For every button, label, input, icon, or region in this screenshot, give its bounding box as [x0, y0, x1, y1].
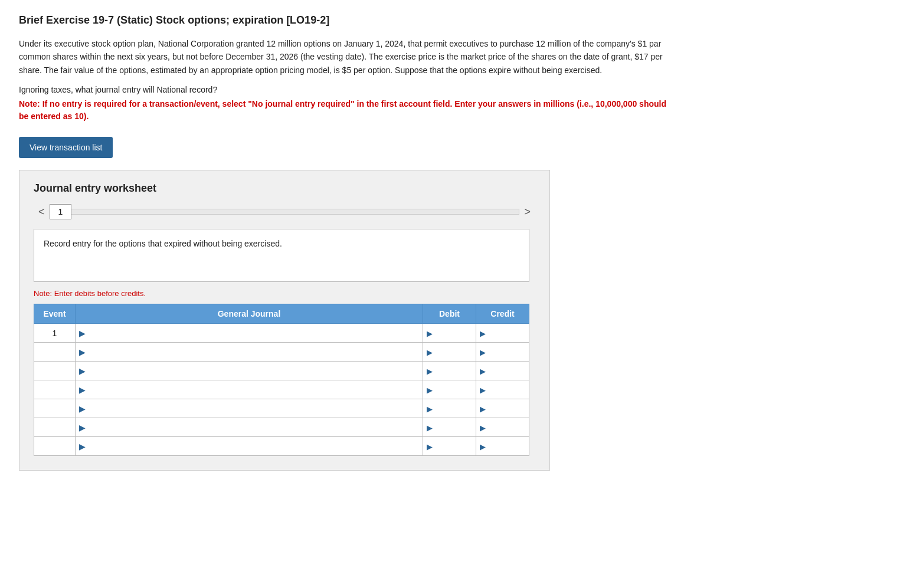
- view-transaction-button[interactable]: View transaction list: [19, 137, 113, 158]
- record-entry-box: Record entry for the options that expire…: [34, 229, 529, 282]
- tab-prev-button[interactable]: <: [34, 204, 50, 219]
- credit-cell[interactable]: ▶: [476, 362, 529, 380]
- tab-empty: [71, 209, 519, 215]
- table-row: ▶▶▶: [34, 362, 529, 380]
- table-row: ▶▶▶: [34, 437, 529, 456]
- event-cell: [34, 380, 76, 399]
- debit-cell[interactable]: ▶: [423, 399, 476, 418]
- general-journal-cell[interactable]: ▶: [76, 343, 423, 362]
- row-arrow-icon: ▶: [79, 347, 86, 357]
- general-journal-cell[interactable]: ▶: [76, 380, 423, 399]
- credit-arrow-icon: ▶: [480, 385, 486, 394]
- credit-arrow-icon: ▶: [480, 404, 486, 413]
- debit-arrow-icon: ▶: [427, 442, 433, 451]
- row-arrow-icon: ▶: [79, 423, 86, 432]
- event-cell: [34, 418, 76, 437]
- table-row: ▶▶▶: [34, 343, 529, 362]
- debit-cell[interactable]: ▶: [423, 343, 476, 362]
- debit-cell[interactable]: ▶: [423, 362, 476, 380]
- event-cell: [34, 399, 76, 418]
- tab-next-button[interactable]: >: [519, 204, 535, 219]
- journal-entry-worksheet: Journal entry worksheet < 1 > Record ent…: [19, 170, 550, 471]
- debit-arrow-icon: ▶: [427, 423, 433, 432]
- table-row: ▶▶▶: [34, 418, 529, 437]
- journal-table: Event General Journal Debit Credit 1▶▶▶▶…: [34, 304, 529, 456]
- record-entry-text: Record entry for the options that expire…: [44, 239, 282, 248]
- debit-arrow-icon: ▶: [427, 347, 433, 356]
- credit-cell[interactable]: ▶: [476, 343, 529, 362]
- debit-cell[interactable]: ▶: [423, 437, 476, 456]
- event-cell: [34, 343, 76, 362]
- general-journal-cell[interactable]: ▶: [76, 418, 423, 437]
- debit-arrow-icon: ▶: [427, 404, 433, 413]
- question-text: Ignoring taxes, what journal entry will …: [19, 85, 904, 94]
- credit-cell[interactable]: ▶: [476, 399, 529, 418]
- credit-cell[interactable]: ▶: [476, 380, 529, 399]
- description-text: Under its executive stock option plan, N…: [19, 37, 668, 77]
- page-title: Brief Exercise 19-7 (Static) Stock optio…: [19, 14, 904, 27]
- general-journal-cell[interactable]: ▶: [76, 399, 423, 418]
- credit-cell[interactable]: ▶: [476, 418, 529, 437]
- col-header-credit: Credit: [476, 304, 529, 324]
- debit-cell[interactable]: ▶: [423, 418, 476, 437]
- tab-1-active[interactable]: 1: [50, 204, 72, 219]
- credit-cell[interactable]: ▶: [476, 324, 529, 343]
- table-row: ▶▶▶: [34, 399, 529, 418]
- credit-cell[interactable]: ▶: [476, 437, 529, 456]
- row-arrow-icon: ▶: [79, 442, 86, 451]
- general-journal-cell[interactable]: ▶: [76, 362, 423, 380]
- event-cell: [34, 362, 76, 380]
- credit-arrow-icon: ▶: [480, 442, 486, 451]
- credit-arrow-icon: ▶: [480, 329, 486, 337]
- event-cell: [34, 437, 76, 456]
- debit-cell[interactable]: ▶: [423, 380, 476, 399]
- debit-cell[interactable]: ▶: [423, 324, 476, 343]
- event-cell: 1: [34, 324, 76, 343]
- tab-navigation: < 1 >: [34, 204, 535, 219]
- credit-arrow-icon: ▶: [480, 347, 486, 356]
- table-row: ▶▶▶: [34, 380, 529, 399]
- credit-arrow-icon: ▶: [480, 366, 486, 375]
- general-journal-cell[interactable]: ▶: [76, 324, 423, 343]
- note-red-text: Note: If no entry is required for a tran…: [19, 98, 668, 123]
- col-header-general-journal: General Journal: [76, 304, 423, 324]
- col-header-debit: Debit: [423, 304, 476, 324]
- general-journal-cell[interactable]: ▶: [76, 437, 423, 456]
- debit-arrow-icon: ▶: [427, 385, 433, 394]
- col-header-event: Event: [34, 304, 76, 324]
- row-arrow-icon: ▶: [79, 404, 86, 413]
- row-arrow-icon: ▶: [79, 366, 86, 376]
- note-debits-text: Note: Enter debits before credits.: [34, 289, 535, 298]
- debit-arrow-icon: ▶: [427, 366, 433, 375]
- row-arrow-icon: ▶: [79, 385, 86, 395]
- debit-arrow-icon: ▶: [427, 329, 433, 337]
- credit-arrow-icon: ▶: [480, 423, 486, 432]
- table-row: 1▶▶▶: [34, 324, 529, 343]
- row-arrow-icon: ▶: [79, 329, 86, 338]
- worksheet-title: Journal entry worksheet: [34, 182, 535, 195]
